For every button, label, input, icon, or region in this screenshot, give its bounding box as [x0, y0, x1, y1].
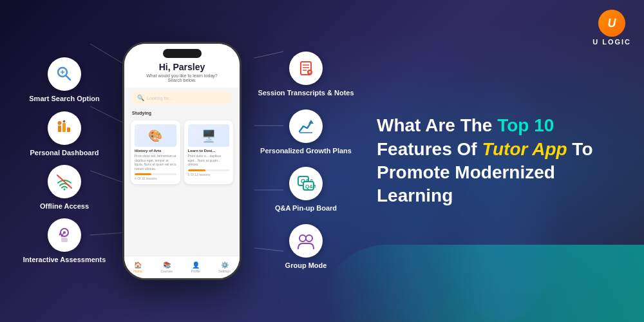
interactive-assessments-icon	[48, 218, 81, 252]
screen-greeting: Hi, Parsley	[132, 62, 232, 72]
screen-cards-container: 🎨 History of Arts Proin dolor est, ferme…	[124, 118, 240, 187]
card-1-lessons: 4 Of 10 lessons	[135, 176, 176, 180]
main-headline: What Are The Top 10 Features Of Tutor Ap…	[377, 114, 612, 208]
phone-mockup: Hi, Parsley What would you like to learn…	[122, 42, 242, 280]
personal-dashboard-label: Personal Dashboard	[30, 148, 99, 157]
headline-line1: What Are The	[377, 115, 497, 135]
svg-marker-21	[308, 120, 314, 124]
svg-text:Q&A: Q&A	[305, 184, 316, 189]
nav-home-icon: 🏠	[134, 261, 142, 269]
phone-bottom-nav: 🏠 Home 📚 Courses 👤 Profile ⚙️ Settings	[124, 256, 240, 278]
qa-pinup-label: Q&A Pin-up Board	[275, 204, 337, 213]
card-1-progress-fill	[135, 173, 151, 175]
card-2-lessons: 5 Of 12 lessons	[188, 173, 230, 176]
screen-card-2: 🖥️ Learn to Desi... Proin dolor e... dap…	[184, 120, 234, 184]
search-placeholder-text: Looking for...	[147, 96, 173, 100]
headline-tutor-app: Tutor App	[482, 139, 567, 159]
smart-search-icon	[48, 57, 81, 91]
nav-profile-icon: 👤	[192, 261, 200, 269]
nav-profile-label: Profile	[191, 269, 200, 273]
offline-access-icon	[48, 165, 81, 198]
feature-interactive-assessments: Interactive Assessments	[19, 218, 109, 264]
screen-card-1: 🎨 History of Arts Proin dolor est, ferme…	[131, 120, 180, 184]
right-features-column: Session Transcripts & Notes Personalized…	[254, 52, 357, 270]
svg-rect-12	[61, 238, 68, 242]
card-1-image: 🎨	[135, 124, 176, 147]
nav-profile[interactable]: 👤 Profile	[191, 261, 200, 273]
svg-point-9	[64, 189, 66, 191]
feature-personalized-growth: Personalized Growth Plans	[254, 109, 357, 155]
card-2-title: Learn to Desi...	[188, 149, 230, 153]
personalized-growth-label: Personalized Growth Plans	[260, 146, 352, 155]
brand-logo: U U LOGIC	[592, 10, 631, 46]
nav-settings-label: Settings	[219, 269, 231, 273]
card-2-progress-fill	[188, 169, 205, 171]
card-2-image: 🖥️	[188, 124, 230, 147]
svg-rect-5	[62, 123, 66, 132]
screen-section-label: Studying	[124, 108, 240, 118]
svg-point-28	[306, 235, 312, 242]
qa-pinup-icon: Q&A Q&A	[289, 167, 323, 200]
nav-settings-icon: ⚙️	[221, 261, 229, 269]
feature-smart-search: Smart Search Option	[19, 57, 109, 103]
group-mode-label: Group Mode	[285, 261, 327, 270]
screen-subtitle: What would you like to learn today?Searc…	[132, 73, 232, 82]
feature-group-mode: Group Mode	[254, 224, 357, 270]
card-1-progress	[135, 173, 176, 175]
feature-personal-dashboard: Personal Dashboard	[19, 111, 109, 157]
card-1-text: Proin dolor est, fermentum at dapibus eg…	[135, 154, 176, 171]
nav-home[interactable]: 🏠 Home	[133, 261, 142, 273]
left-features-column: Smart Search Option Personal Dashboard	[19, 57, 109, 264]
card-1-title: History of Arts	[135, 149, 176, 153]
feature-session-transcripts: Session Transcripts & Notes	[254, 52, 357, 97]
session-transcripts-label: Session Transcripts & Notes	[258, 88, 354, 97]
smart-search-label: Smart Search Option	[29, 94, 99, 103]
session-transcripts-icon	[289, 52, 323, 85]
nav-courses-label: Courses	[160, 269, 173, 273]
headline-line3: To	[567, 139, 593, 159]
phone-screen: Hi, Parsley What would you like to learn…	[124, 44, 240, 278]
svg-point-7	[58, 121, 62, 125]
headline-line2: Features Of	[377, 139, 482, 159]
nav-home-label: Home	[133, 269, 142, 273]
phone-frame: Hi, Parsley What would you like to learn…	[122, 42, 242, 280]
svg-line-1	[66, 76, 71, 80]
screen-search-bar[interactable]: 🔍 Looking for...	[132, 91, 232, 104]
logo-icon: U	[598, 10, 625, 37]
interactive-assessments-label: Interactive Assessments	[23, 255, 106, 264]
main-text-area: What Are The Top 10 Features Of Tutor Ap…	[357, 101, 625, 221]
feature-offline-access: Offline Access	[19, 165, 109, 211]
card-2-progress	[188, 169, 230, 171]
nav-settings[interactable]: ⚙️ Settings	[219, 261, 231, 273]
phone-notch	[163, 49, 202, 58]
offline-access-label: Offline Access	[40, 202, 89, 211]
card-2-text: Proin dolor e... dapibus eget... Nunc at…	[188, 154, 230, 167]
nav-courses[interactable]: 📚 Courses	[160, 261, 173, 273]
personalized-growth-icon	[289, 109, 323, 143]
headline-top10: Top 10	[497, 115, 554, 135]
headline-line4: Promote Modernized Learning	[377, 162, 555, 205]
personal-dashboard-icon	[48, 111, 81, 145]
logo-text: U LOGIC	[592, 38, 631, 46]
svg-rect-6	[67, 128, 70, 132]
svg-point-8	[63, 120, 65, 122]
screen-search-icon: 🔍	[137, 95, 144, 101]
svg-point-27	[299, 235, 306, 242]
group-mode-icon	[289, 224, 323, 258]
feature-qa-pinup: Q&A Q&A Q&A Pin-up Board	[254, 167, 357, 213]
svg-point-13	[63, 231, 66, 234]
svg-rect-4	[58, 126, 61, 132]
nav-courses-icon: 📚	[163, 261, 171, 269]
